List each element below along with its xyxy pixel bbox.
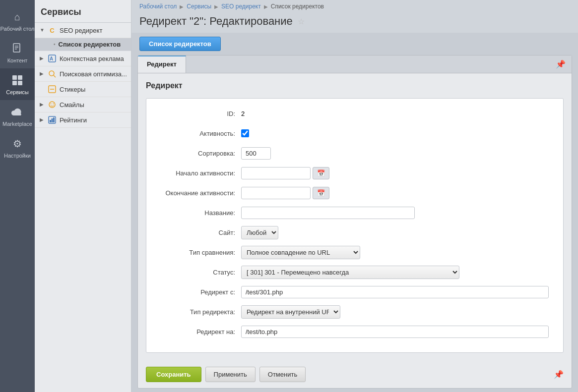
site-label: Сайт: (154, 229, 241, 236)
left-nav: ⌂ Рабочий стол Контент Сервисы Marketpla… (0, 0, 35, 392)
save-button[interactable]: Сохранить (146, 367, 201, 382)
arrow-right-icon: ▶ (40, 56, 46, 61)
form-section-title: Редирект (146, 81, 564, 90)
sidebar-item-smileys-label: Смайлы (60, 101, 84, 109)
content-area: Список редиректов Редирект 📌 Редирект ID… (131, 33, 578, 392)
end-calendar-button[interactable]: 📅 (313, 187, 329, 199)
to-label: Редирект на: (154, 328, 241, 336)
nav-item-settings[interactable]: ⚙ Настройки (0, 132, 35, 164)
nav-item-services[interactable]: Сервисы (0, 68, 35, 100)
status-control: [ 301] 301 - Перемещено навсегда (241, 266, 555, 279)
nav-item-settings-label: Настройки (4, 153, 31, 159)
to-control (241, 326, 555, 338)
compare-select[interactable]: Полное совпадение по URL (241, 246, 360, 259)
from-control (241, 286, 555, 298)
start-label: Начало активности: (154, 169, 241, 177)
svg-point-15 (51, 104, 52, 105)
form-inner: ID: 2 Активность: Сортировк (146, 98, 564, 353)
redirect-type-select[interactable]: Редирект на внутренний URL (241, 305, 340, 319)
end-date-input[interactable] (241, 187, 311, 199)
end-label: Окончание активности: (154, 189, 241, 197)
breadcrumb: Рабочий стол ▶ Сервисы ▶ SEO редирект ▶ … (131, 0, 578, 13)
name-input[interactable] (241, 207, 415, 219)
svg-rect-6 (12, 81, 17, 85)
start-control: 📅 (241, 167, 555, 179)
home-icon: ⌂ (10, 10, 24, 24)
nav-item-marketplace[interactable]: Marketplace (0, 100, 35, 132)
redirect-from-input[interactable] (241, 286, 549, 298)
breadcrumb-seo[interactable]: SEO редирект (221, 3, 261, 10)
svg-rect-20 (53, 117, 55, 122)
sort-label: Сортировка: (154, 150, 241, 157)
sidebar-item-context-ads-label: Контекстная реклама (60, 55, 124, 62)
form-row-to: Редирект на: (154, 325, 555, 338)
svg-rect-5 (18, 75, 22, 80)
tab-pin-icon: 📌 (550, 56, 572, 73)
arrow-right-icon4: ▶ (40, 102, 46, 108)
arrow-down-icon: ▼ (40, 27, 46, 33)
svg-point-10 (49, 71, 54, 76)
from-label: Редирект с: (154, 288, 241, 296)
site-select[interactable]: Любой (241, 226, 278, 239)
sidebar-item-search-opt-label: Поисковая оптимиза... (60, 70, 127, 78)
sort-input[interactable] (241, 147, 271, 160)
sidebar-item-ratings-label: Рейтинги (60, 116, 87, 124)
start-date-wrap: 📅 (241, 167, 555, 179)
sidebar-item-search-opt[interactable]: ▶ Поисковая оптимиза... (35, 66, 131, 82)
nav-item-content[interactable]: Контент (0, 37, 35, 68)
form-row-status: Статус: [ 301] 301 - Перемещено навсегда (154, 265, 555, 279)
start-date-input[interactable] (241, 167, 311, 179)
page-header: Редирект "2": Редактирование ☆ (131, 13, 578, 33)
form-row-from: Редирект с: (154, 285, 555, 299)
nav-item-home-label: Рабочий стол (0, 26, 34, 32)
end-control: 📅 (241, 187, 555, 199)
tab-redirect[interactable]: Редирект (138, 56, 186, 73)
breadcrumb-sep2: ▶ (214, 4, 218, 9)
start-calendar-button[interactable]: 📅 (313, 167, 329, 179)
name-label: Название: (154, 209, 241, 217)
sidebar-item-stickers[interactable]: ▶ Стикеры (35, 82, 131, 97)
svg-rect-4 (12, 75, 17, 80)
breadcrumb-services[interactable]: Сервисы (187, 3, 211, 10)
sidebar: Сервисы ▼ C SEO редирект Список редирект… (35, 0, 131, 392)
compare-label: Тип сравнения: (154, 249, 241, 256)
sidebar-item-stickers-label: Стикеры (60, 86, 85, 93)
id-display: 2 (241, 110, 245, 117)
cancel-button[interactable]: Отменить (259, 367, 306, 382)
favorite-star-icon[interactable]: ☆ (298, 17, 305, 26)
list-button[interactable]: Список редиректов (139, 37, 221, 51)
id-label: ID: (154, 110, 241, 117)
nav-item-home[interactable]: ⌂ Рабочий стол (0, 5, 35, 37)
search-opt-icon (48, 69, 57, 78)
nav-item-marketplace-label: Marketplace (2, 121, 32, 127)
apply-button[interactable]: Применить (205, 367, 256, 382)
form-section: Редирект ID: 2 Активность: (138, 73, 572, 361)
tabs: Редирект 📌 (138, 56, 572, 73)
svg-point-14 (49, 102, 55, 108)
status-select[interactable]: [ 301] 301 - Перемещено навсегда (241, 266, 459, 279)
sidebar-subitem-redirect-list[interactable]: Список редиректов (35, 38, 131, 51)
form-row-end: Окончание активности: 📅 (154, 186, 555, 200)
breadcrumb-current: Список редиректов (271, 3, 324, 10)
button-bar: Список редиректов (137, 33, 572, 55)
form-footer: Сохранить Применить Отменить 📌 (138, 361, 572, 388)
sidebar-item-seo[interactable]: ▼ C SEO редирект (35, 23, 131, 38)
cloud-icon (10, 105, 24, 119)
form-row-site: Сайт: Любой (154, 225, 555, 239)
sort-control (241, 147, 555, 160)
sidebar-item-context-ads[interactable]: ▶ A Контекстная реклама (35, 51, 131, 66)
status-label: Статус: (154, 269, 241, 276)
activity-checkbox[interactable] (241, 129, 249, 137)
sidebar-title: Сервисы (35, 0, 131, 23)
redirect-to-input[interactable] (241, 326, 549, 338)
sidebar-item-ratings[interactable]: ▶ Рейтинги (35, 112, 131, 128)
redirect-type-control: Редирект на внутренний URL (241, 305, 555, 319)
breadcrumb-home[interactable]: Рабочий стол (139, 3, 177, 10)
context-ads-icon: A (48, 54, 57, 63)
main-content: Рабочий стол ▶ Сервисы ▶ SEO редирект ▶ … (131, 0, 578, 392)
main-panel: Редирект 📌 Редирект ID: 2 Актив (137, 55, 572, 389)
form-row-name: Название: (154, 206, 555, 220)
form-row-start: Начало активности: 📅 (154, 166, 555, 180)
site-control: Любой (241, 226, 555, 239)
sidebar-item-smileys[interactable]: ▶ Смайлы (35, 97, 131, 112)
